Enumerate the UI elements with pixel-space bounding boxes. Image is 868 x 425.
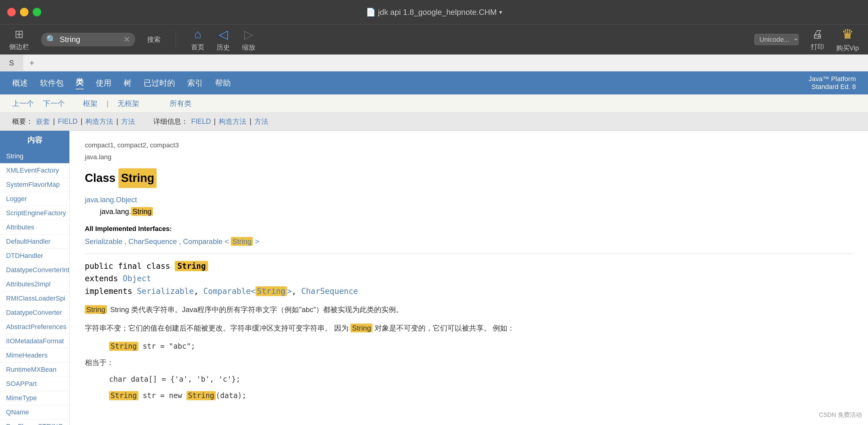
- class-extends-link[interactable]: Object: [123, 274, 151, 283]
- sep2: |: [81, 118, 82, 126]
- sidebar-item-iiometadataformat[interactable]: IIOMetadataFormat: [0, 334, 69, 349]
- sidebar-item-runtimemxbean[interactable]: RuntimeMXBean: [0, 363, 69, 377]
- search-icon: 🔍: [46, 34, 57, 44]
- minimize-button[interactable]: [20, 8, 28, 17]
- titlebar: 📄 jdk api 1.8_google_helpnote.CHM ▾: [0, 0, 868, 24]
- hierarchy-child: java.lang.String: [100, 206, 853, 217]
- sidebar: 内容 String XMLEventFactory SystemFlavorMa…: [0, 131, 70, 425]
- detail-constructor-link[interactable]: 构造方法: [219, 117, 247, 126]
- sidebar-item-abstractpreferences[interactable]: AbstractPreferences: [0, 320, 69, 334]
- search-input[interactable]: [60, 35, 120, 44]
- next-button[interactable]: 下一个: [43, 99, 65, 108]
- toolbar-right: Unicode... 🖨 打印 ♛ 购买Vip: [754, 26, 859, 53]
- sidebar-item-defaulthandler[interactable]: DefaultHandler: [0, 235, 69, 249]
- window-controls: [7, 8, 41, 17]
- class-declaration: public final class String extends Object…: [85, 260, 853, 298]
- desc1-string-highlight: String: [85, 305, 107, 314]
- unicode-dropdown[interactable]: Unicode...: [754, 34, 799, 45]
- class-description-1: String String 类代表字符串。Java程序中的所有字符串文字（例如"…: [85, 304, 853, 316]
- nav-overview[interactable]: 概述: [12, 78, 28, 88]
- print-button[interactable]: 🖨 打印: [811, 28, 824, 52]
- interfaces-label: All Implemented Interfaces:: [85, 223, 853, 234]
- tab-s[interactable]: S: [0, 55, 23, 71]
- package-name: java.lang: [85, 152, 853, 162]
- zoom-icon: ▷: [244, 27, 253, 41]
- sidebar-item-mimeheaders[interactable]: MimeHeaders: [0, 349, 69, 363]
- unicode-selector[interactable]: Unicode...: [754, 34, 799, 45]
- sidebar-item-scriptenginefactory[interactable]: ScriptEngineFactory: [0, 206, 69, 220]
- maximize-button[interactable]: [33, 8, 41, 17]
- equiv-label: 相当于：: [85, 357, 853, 368]
- interface-charsequence[interactable]: CharSequence: [128, 237, 177, 246]
- document-icon: 📄: [366, 7, 376, 17]
- class-impl-serializable[interactable]: Serializable: [137, 287, 194, 296]
- history-button[interactable]: ◁ 历史: [217, 27, 230, 52]
- sidebar-item-mimetype[interactable]: MimeType: [0, 391, 69, 405]
- sidebar-item-rmiclassloaderspi[interactable]: RMIClassLoaderSpi: [0, 292, 69, 306]
- zoom-button[interactable]: ▷ 缩放: [242, 27, 255, 52]
- sidebar-item-qname[interactable]: QName: [0, 405, 69, 420]
- class-hierarchy: java.lang.Object java.lang.String: [85, 194, 853, 217]
- summary-method-link[interactable]: 方法: [121, 117, 135, 126]
- tabs-bar: S +: [0, 55, 868, 71]
- sidebar-item-xmleventfactory[interactable]: XMLEventFactory: [0, 163, 69, 178]
- sidebar-item-logger[interactable]: Logger: [0, 192, 69, 206]
- nav-package[interactable]: 软件包: [40, 78, 64, 88]
- vip-button[interactable]: ♛ 购买Vip: [836, 26, 859, 53]
- class-impl-comparable[interactable]: Comparable<String>: [203, 286, 292, 296]
- detail-label: 详细信息：: [153, 117, 188, 126]
- nav-use[interactable]: 使用: [96, 78, 112, 88]
- sidebar-item-dtdhandler[interactable]: DTDHandler: [0, 249, 69, 263]
- add-tab-button[interactable]: +: [23, 58, 40, 68]
- hierarchy-root-link[interactable]: java.lang.Object: [85, 196, 137, 204]
- nav-index[interactable]: 索引: [187, 78, 203, 88]
- class-impl-string: String: [256, 286, 287, 296]
- desc2-string-highlight: String: [350, 324, 373, 332]
- code-block-3: String str = new String(data);: [109, 390, 853, 401]
- all-classes-button[interactable]: 所有类: [169, 99, 191, 108]
- sidebar-item-attributes2impl[interactable]: Attributes2Impl: [0, 277, 69, 292]
- close-button[interactable]: [7, 8, 16, 17]
- nav-deprecated[interactable]: 已过时的: [144, 78, 175, 88]
- toolbar: ⊞ 侧边栏 🔍 ✕ 搜索 ⌂ 首页 ◁ 历史 ▷ 缩放 Unicode... 🖨…: [0, 24, 868, 55]
- detail-field-link[interactable]: FIELD: [191, 118, 211, 126]
- sidebar-toggle[interactable]: ⊞ 侧边栏: [9, 28, 29, 52]
- interfaces-list: Serializable , CharSequence , Comparable…: [85, 236, 853, 247]
- summary-field-link[interactable]: FIELD: [58, 118, 78, 126]
- nav-tree[interactable]: 树: [124, 78, 131, 88]
- sidebar-item-systemflavormap[interactable]: SystemFlavorMap: [0, 178, 69, 192]
- hierarchy-child-highlight: String: [131, 207, 153, 216]
- window-title: 📄 jdk api 1.8_google_helpnote.CHM ▾: [366, 7, 502, 17]
- interface-serializable[interactable]: Serializable: [85, 237, 122, 246]
- noframe-button[interactable]: 无框架: [118, 99, 139, 108]
- java-version: Java™ Platform Standard Ed. 8: [809, 75, 856, 91]
- frame-button[interactable]: 框架: [83, 99, 97, 108]
- clear-search-button[interactable]: ✕: [123, 34, 130, 44]
- sidebar-item-attributes[interactable]: Attributes: [0, 220, 69, 235]
- nav-help[interactable]: 帮助: [215, 78, 231, 88]
- sidebar-item-datatypeconverter[interactable]: DatatypeConverter: [0, 306, 69, 320]
- interface-comparable[interactable]: Comparable <: [183, 237, 231, 246]
- breadcrumb-divider-2: |: [106, 99, 108, 108]
- interface-comparable-string: String: [231, 237, 253, 246]
- sidebar-item-docflavorstring[interactable]: DocFlavor.STRING: [0, 420, 69, 425]
- main-layout: 内容 String XMLEventFactory SystemFlavorMa…: [0, 131, 868, 425]
- detail-method-link[interactable]: 方法: [254, 117, 268, 126]
- chevron-down-icon: ▾: [499, 8, 502, 16]
- sidebar-item-datatypeconverterinterface[interactable]: DatatypeConverterInterface: [0, 263, 69, 277]
- content-area: compact1, compact2, compact3 java.lang C…: [70, 131, 868, 425]
- watermark: CSDN 免费活动: [819, 411, 862, 419]
- summary-constructor-link[interactable]: 构造方法: [85, 117, 113, 126]
- summary-nested-link[interactable]: 嵌套: [36, 117, 50, 126]
- vip-icon: ♛: [842, 26, 854, 42]
- search-box[interactable]: 🔍 ✕: [41, 33, 135, 46]
- breadcrumb-bar: 上一个 下一个 框架 | 无框架 所有类: [0, 94, 868, 112]
- class-impl-charsequence[interactable]: CharSequence: [301, 287, 358, 296]
- interfaces-section: All Implemented Interfaces: Serializable…: [85, 223, 853, 248]
- sidebar-item-soappart[interactable]: SOAPPart: [0, 377, 69, 391]
- prev-button[interactable]: 上一个: [12, 99, 34, 108]
- print-icon: 🖨: [812, 28, 823, 40]
- home-button[interactable]: ⌂ 首页: [191, 27, 205, 52]
- nav-class[interactable]: 类: [76, 77, 84, 89]
- sidebar-item-string[interactable]: String: [0, 149, 69, 163]
